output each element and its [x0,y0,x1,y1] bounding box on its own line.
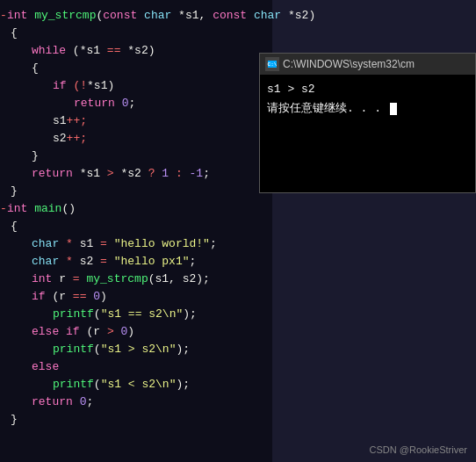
line-marker [4,130,11,148]
code-area: -int my_strcmp(const char *s1, const cha… [0,0,272,462]
terminal-icon: C:\ [265,57,279,71]
code-line: { [0,25,272,42]
terminal-line2: 请按任意键继续. . . [267,99,468,119]
line-marker [4,42,11,60]
code-line: printf("s1 == s2\n"); [0,306,272,323]
code-line: { [0,60,272,77]
code-line: else [0,358,272,376]
line-marker [4,358,11,376]
code-line: else if (r > 0) [0,323,272,341]
line-marker [4,253,11,271]
terminal-content: s1 > s2 请按任意键继续. . . [260,75,475,124]
code-line: } [0,411,272,429]
code-line: { [0,218,272,235]
terminal-line1: s1 > s2 [267,80,468,99]
code-line: return 0; [0,393,272,411]
terminal-titlebar: C:\ C:\WINDOWS\system32\cm [260,54,475,75]
code-line: char * s1 = "hello world!"; [0,235,272,253]
terminal-title: C:\WINDOWS\system32\cm [283,58,415,70]
line-marker [4,112,11,130]
code-line: int r = my_strcmp(s1, s2); [0,271,272,288]
watermark: CSDN @RookieStriver [370,444,467,455]
line-marker [4,95,11,112]
line-marker [4,25,11,42]
line-marker: - [0,7,7,25]
line-marker [4,148,11,165]
line-marker [4,165,11,183]
code-line: printf("s1 > s2\n"); [0,341,272,358]
terminal-window: C:\ C:\WINDOWS\system32\cm s1 > s2 请按任意键… [259,53,476,193]
line-marker [4,271,11,288]
code-line: s1++; [0,112,272,130]
line-marker [4,393,11,411]
line-marker [4,183,11,200]
line-marker [4,376,11,393]
code-line: } [0,148,272,165]
code-line: -int main() [0,200,272,218]
line-marker: - [0,200,7,218]
line-marker [4,60,11,77]
code-line: } [0,183,272,200]
line-marker [4,411,11,429]
line-marker [4,77,11,95]
line-marker [4,218,11,235]
code-line: return *s1 > *s2 ? 1 : -1; [0,165,272,183]
line-marker [4,306,11,323]
code-line: if (r == 0) [0,288,272,306]
code-line: s2++; [0,130,272,148]
line-marker [4,341,11,358]
terminal-cursor [390,103,397,115]
code-editor: -int my_strcmp(const char *s1, const cha… [0,0,476,462]
code-line: return 0; [0,95,272,112]
code-line: -int my_strcmp(const char *s1, const cha… [0,7,272,25]
code-line: if (!*s1) [0,77,272,95]
code-line: while (*s1 == *s2) [0,42,272,60]
line-marker [4,235,11,253]
line-marker [4,323,11,341]
code-line: char * s2 = "hello px1"; [0,253,272,271]
code-line: printf("s1 < s2\n"); [0,376,272,393]
line-marker [4,288,11,306]
